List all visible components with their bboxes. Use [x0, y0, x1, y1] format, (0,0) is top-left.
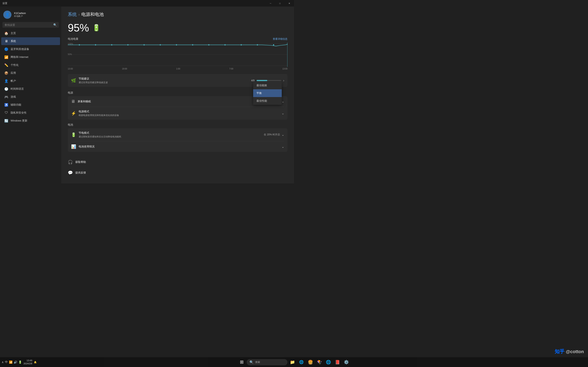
- battery-saver-row[interactable]: 🔋 节电模式 通过限制某些通知和后台活动降低电池能耗 在 20% 时开启 ⌄: [68, 128, 287, 141]
- battery-section: 电池电量 查看详细信息: [68, 37, 287, 70]
- rec-progress-fill: [257, 80, 268, 81]
- rec-text: 节能建议 通过应用这些建议降低碳足迹: [79, 77, 108, 84]
- svg-point-6: [127, 44, 129, 45]
- get-help-row[interactable]: 🎧 获取帮助: [68, 157, 287, 167]
- power-mode-desc: 根据电源使用情况和性能来优化你的设备: [79, 114, 279, 117]
- nav-label-system: 系统: [11, 39, 16, 43]
- recommendation-icon: 🌿: [71, 78, 76, 83]
- svg-point-11: [208, 44, 209, 45]
- svg-point-8: [160, 44, 161, 45]
- nav-label-time: 时间和语言: [11, 87, 24, 91]
- battery-usage-row[interactable]: 📊 电池使用情况 ⌄: [68, 141, 287, 152]
- sidebar-item-system[interactable]: 🖥 系统: [1, 37, 60, 45]
- sidebar-item-windows_update[interactable]: 🔄 Windows 更新: [1, 117, 60, 125]
- power-option-balanced[interactable]: 平衡: [253, 89, 282, 97]
- feedback-label: 提供反馈: [75, 171, 86, 175]
- rec-title: 节能建议: [79, 77, 108, 81]
- svg-point-7: [144, 44, 145, 45]
- restore-button[interactable]: □: [275, 0, 285, 7]
- chart-label-5: 13:00: [282, 68, 287, 70]
- minimize-button[interactable]: ─: [266, 0, 275, 7]
- sidebar-item-time[interactable]: 🕐 时间和语言: [1, 85, 60, 93]
- chart-label-1: 13:00: [68, 68, 73, 70]
- search-input[interactable]: [4, 24, 52, 26]
- view-details-link[interactable]: 查看详细信息: [273, 37, 287, 41]
- nav-label-accessibility: 辅助功能: [11, 103, 21, 107]
- power-mode-icon: ⚡: [71, 111, 76, 116]
- titlebar-title: 设置: [2, 2, 7, 5]
- chart-label-3: 1:00: [176, 68, 180, 70]
- battery-saver-desc: 通过限制某些通知和后台活动降低电池能耗: [79, 135, 261, 138]
- battery-section-label: 电池电量: [68, 37, 78, 41]
- sidebar-item-apps[interactable]: 📦 应用: [1, 69, 60, 77]
- svg-point-5: [111, 44, 112, 45]
- app-body: 👤 X1Carbon 本地帐户 🔍 🏠 主页 🖥 系统 🔵 蓝牙和其他设备 📶 …: [0, 7, 294, 184]
- power-mode-text: 电源模式 根据电源使用情况和性能来优化你的设备: [79, 110, 279, 117]
- rec-progress-bar: [257, 80, 281, 81]
- nav-label-windows_update: Windows 更新: [11, 119, 27, 123]
- svg-point-12: [224, 44, 226, 45]
- search-box[interactable]: 🔍: [2, 22, 59, 28]
- sidebar-item-accessibility[interactable]: ♿ 辅助功能: [1, 101, 60, 109]
- battery-saver-right: 在 20% 时开启 ⌄: [264, 133, 284, 137]
- sidebar-item-bluetooth[interactable]: 🔵 蓝牙和其他设备: [1, 45, 60, 53]
- battery-saver-title: 节电模式: [79, 131, 261, 135]
- svg-point-3: [79, 44, 80, 45]
- sidebar-item-accounts[interactable]: 👤 帐户: [1, 77, 60, 85]
- svg-point-9: [176, 44, 177, 45]
- get-help-icon: 🎧: [68, 160, 73, 165]
- battery-usage-title: 电池使用情况: [79, 145, 279, 149]
- main-content: 系统 › 电源和电池 95% 🔋 电池电量 查看详细信息: [61, 7, 294, 184]
- user-type: 本地帐户: [14, 15, 26, 18]
- nav-label-bluetooth: 蓝牙和其他设备: [11, 47, 29, 51]
- screen-sleep-text: 屏幕和睡眠: [78, 100, 279, 103]
- battery-saver-icon: 🔋: [71, 132, 76, 137]
- battery-usage-right: ⌄: [282, 145, 284, 149]
- battery-section-title: 电池: [68, 123, 287, 127]
- power-option-efficiency[interactable]: 最佳能效: [253, 82, 282, 89]
- nav-label-privacy: 隐私和安全性: [11, 111, 26, 115]
- battery-saver-chevron: ⌄: [282, 133, 284, 137]
- power-mode-title: 电源模式: [79, 110, 279, 113]
- svg-point-4: [95, 44, 96, 45]
- get-help-label: 获取帮助: [75, 160, 86, 164]
- battery-percentage-row: 95% 🔋: [68, 22, 287, 34]
- close-button[interactable]: ✕: [285, 0, 294, 7]
- svg-text:100%: 100%: [68, 43, 73, 45]
- feedback-icon: 💬: [68, 170, 73, 175]
- user-name: X1Carbon: [14, 12, 26, 15]
- battery-saver-text: 节电模式 通过限制某些通知和后台活动降低电池能耗: [79, 131, 261, 138]
- search-icon[interactable]: 🔍: [53, 23, 57, 26]
- power-mode-right: ⌄: [282, 111, 284, 115]
- nav-list: 🏠 主页 🖥 系统 🔵 蓝牙和其他设备 📶 网络和 Internet ✏️ 个性…: [0, 29, 61, 125]
- rec-left: 🌿 节能建议 通过应用这些建议降低碳足迹: [71, 77, 108, 84]
- user-section: 👤 X1Carbon 本地帐户: [0, 8, 61, 22]
- sidebar-item-personalize[interactable]: ✏️ 个性化: [1, 61, 60, 69]
- screen-icon: 🖥: [71, 99, 75, 104]
- battery-usage-chevron: ⌄: [282, 145, 284, 149]
- rec-desc: 通过应用这些建议降低碳足迹: [79, 81, 108, 84]
- nav-label-gaming: 游戏: [11, 95, 16, 99]
- battery-usage-text: 电池使用情况: [79, 145, 279, 149]
- help-section: 🎧 获取帮助 💬 提供反馈: [68, 157, 287, 178]
- sidebar-item-gaming[interactable]: 🎮 游戏: [1, 93, 60, 101]
- nav-icon-windows_update: 🔄: [4, 119, 8, 123]
- power-mode-chevron: ⌄: [282, 111, 284, 115]
- power-mode-row[interactable]: ⚡ 电源模式 根据电源使用情况和性能来优化你的设备 ⌄: [68, 107, 287, 120]
- sidebar-item-privacy[interactable]: 🛡 隐私和安全性: [1, 109, 60, 117]
- sidebar: 👤 X1Carbon 本地帐户 🔍 🏠 主页 🖥 系统 🔵 蓝牙和其他设备 📶 …: [0, 7, 61, 184]
- chart-time-labels: 13:00 19:00 1:00 7:00 13:00: [68, 68, 287, 70]
- sidebar-item-home[interactable]: 🏠 主页: [1, 29, 60, 37]
- breadcrumb-parent[interactable]: 系统: [68, 11, 77, 17]
- nav-icon-home: 🏠: [4, 31, 8, 35]
- svg-point-10: [192, 44, 193, 45]
- nav-label-personalize: 个性化: [11, 63, 18, 67]
- nav-icon-system: 🖥: [4, 39, 8, 43]
- battery-chart: 100% 50%: [68, 42, 287, 67]
- nav-label-apps: 应用: [11, 71, 16, 75]
- power-option-performance[interactable]: 最佳性能: [253, 97, 282, 105]
- feedback-row[interactable]: 💬 提供反馈: [68, 167, 287, 178]
- battery-header: 电池电量 查看详细信息: [68, 37, 287, 41]
- sidebar-item-network[interactable]: 📶 网络和 Internet: [1, 53, 60, 61]
- chart-label-2: 19:00: [122, 68, 127, 70]
